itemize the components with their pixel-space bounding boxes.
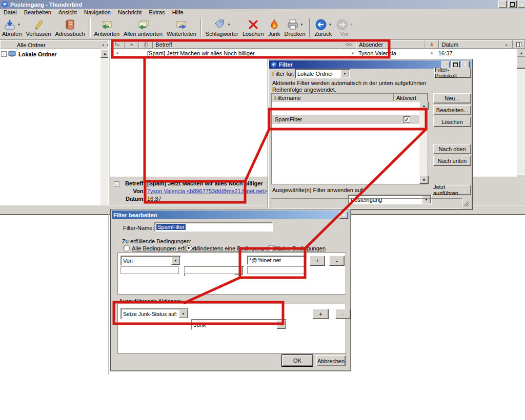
delete-button[interactable]: Löschen: [240, 18, 266, 37]
edit-filter-button[interactable]: Bearbeiten...: [433, 105, 471, 115]
tag-button[interactable]: ▼ Schlagwörter: [204, 18, 240, 37]
star-column-header[interactable]: ★: [125, 40, 139, 49]
filter-log-button[interactable]: Filter-Protokoll: [434, 68, 471, 78]
print-button[interactable]: ▼ Drucken: [282, 18, 308, 37]
filter-list-scrollbar[interactable]: ▲ ▼: [419, 101, 428, 184]
apply-filter-label: Ausgewählte(n) Filter anwenden auf:: [272, 187, 364, 193]
run-now-button[interactable]: Jetzt ausführen: [433, 185, 471, 195]
back-label: Zurück: [315, 31, 332, 37]
filter-name-input[interactable]: SpamFilter: [154, 222, 273, 232]
column-picker-button[interactable]: [513, 40, 525, 49]
filter-scroll-down-icon[interactable]: ▼: [419, 176, 429, 184]
close-icon: ×: [342, 213, 345, 218]
folder-row-lokale-ordner[interactable]: - Lokale Ordner: [0, 49, 100, 59]
menu-datei[interactable]: Datei: [0, 8, 21, 16]
forward-nav-label: Vor: [340, 31, 349, 37]
preview-collapse-box[interactable]: -: [114, 181, 119, 187]
menu-extras[interactable]: Extras: [145, 8, 168, 16]
get-mail-button[interactable]: ▼ Abrufen: [0, 18, 24, 37]
sort-ascending-icon: ▲: [505, 43, 508, 46]
new-filter-button[interactable]: Neu...: [433, 93, 471, 103]
subject-column-header[interactable]: Betreff: [153, 40, 340, 49]
scrollbar-thumb[interactable]: [517, 57, 525, 69]
action-value-combobox[interactable]: Junk ▼: [191, 319, 287, 330]
condition-field-combobox[interactable]: Von ▼: [120, 256, 181, 266]
condition-value-input[interactable]: *@*hinet.net: [247, 256, 307, 265]
filter-description: Aktivierte Filter werden automatisch in …: [272, 80, 445, 93]
attachment-column-header[interactable]: [139, 40, 153, 49]
junk-button[interactable]: Junk: [266, 18, 282, 37]
radio-all-icon: [123, 245, 130, 251]
remove-action-button[interactable]: -: [335, 309, 351, 319]
tree-collapse-box[interactable]: -: [1, 51, 7, 57]
filter-for-combobox[interactable]: Lokale Ordner ▼: [295, 69, 350, 78]
back-button[interactable]: ▼ Zurück: [313, 18, 334, 37]
combo-dropdown-icon[interactable]: ▼: [171, 257, 180, 265]
combo-dropdown-icon[interactable]: ▼: [340, 70, 349, 77]
forward-nav-button[interactable]: ▼ Vor: [334, 18, 355, 37]
conditions-box: Von ▼ ist ▼ *@*hinet.net + -: [117, 253, 346, 295]
read-column-header[interactable]: [340, 40, 356, 49]
preview-from-link[interactable]: Tyson Valencia <b8967753dd@ms21.hinet.ne…: [147, 188, 267, 194]
date-column-header[interactable]: Datum▲: [439, 40, 512, 49]
aktiviert-column-header[interactable]: Aktiviert: [394, 94, 428, 101]
collapse-icon: -: [116, 182, 117, 186]
dropdown-arrow-icon[interactable]: ▼: [329, 23, 332, 26]
add-condition-button[interactable]: +: [310, 256, 325, 266]
message-row[interactable]: [Spam] Jetzt Machen wir alles Noch billi…: [110, 49, 525, 57]
filter-status-strip: [271, 198, 462, 208]
thread-scroll-up-icon[interactable]: ▲: [517, 49, 525, 57]
ok-button[interactable]: OK: [282, 355, 313, 366]
filtername-column-header[interactable]: Filtername: [272, 94, 394, 101]
thread-column-header[interactable]: [110, 40, 125, 49]
thread-scrollbar[interactable]: ▲ ▼: [517, 49, 525, 182]
menu-navigation[interactable]: Navigation: [80, 8, 114, 16]
action-type-combobox[interactable]: Setze Junk-Status auf: ▼: [120, 308, 189, 319]
filter-scroll-up-icon[interactable]: ▲: [419, 101, 429, 110]
move-up-button[interactable]: Nach oben: [433, 144, 471, 154]
combo-dropdown-icon[interactable]: ▼: [277, 320, 286, 329]
menu-nachricht[interactable]: Nachricht: [114, 8, 145, 16]
sender-column-header[interactable]: Absender: [356, 40, 425, 49]
pane-prev-icon[interactable]: ◄: [102, 44, 105, 47]
folder-scrollbar[interactable]: ▲: [100, 49, 108, 207]
resize-grip-icon[interactable]: [462, 200, 469, 207]
junk-dot-icon[interactable]: [431, 52, 433, 54]
move-down-button[interactable]: Nach unten: [433, 156, 471, 166]
compose-button[interactable]: Verfassen: [24, 18, 53, 37]
dropdown-arrow-icon[interactable]: ▼: [350, 23, 353, 26]
folder-label: Lokale Ordner: [18, 51, 57, 57]
dropdown-arrow-icon[interactable]: ▼: [300, 23, 304, 26]
cancel-button[interactable]: Abbrechen: [316, 355, 346, 366]
reply-all-icon: [137, 18, 149, 31]
reply-all-button[interactable]: Allen antworten: [122, 18, 165, 37]
radio-none[interactable]: Keine Bedingungen: [268, 245, 326, 251]
edit-dialog-title: Filter bearbeiten: [113, 212, 157, 218]
menu-ansicht[interactable]: Ansicht: [55, 8, 80, 16]
thread-icon: [114, 41, 120, 47]
address-book-button[interactable]: Adressbuch: [53, 18, 87, 37]
dropdown-arrow-icon[interactable]: ▼: [227, 23, 230, 26]
menu-bearbeiten[interactable]: Bearbeiten: [21, 8, 55, 16]
delete-filter-button[interactable]: Löschen: [433, 117, 471, 127]
filter-row-spamfilter[interactable]: SpamFilter ✓: [272, 115, 419, 124]
add-action-button[interactable]: +: [313, 309, 329, 319]
minimize-button[interactable]: _: [498, 1, 507, 8]
remove-condition-button[interactable]: -: [329, 256, 345, 266]
star-icon: ★: [130, 42, 134, 47]
dialog-shadow-line: [108, 214, 109, 374]
restore-button[interactable]: [508, 1, 517, 8]
forward-icon: [175, 18, 188, 31]
read-dot-icon[interactable]: [352, 52, 354, 54]
edit-close-button[interactable]: ×: [339, 211, 348, 219]
forward-button[interactable]: Weiterleiten: [165, 18, 198, 37]
forward-nav-icon: [336, 18, 348, 31]
junk-column-header[interactable]: [425, 40, 439, 49]
dropdown-arrow-icon[interactable]: ▼: [17, 23, 21, 26]
menu-hilfe[interactable]: Hilfe: [169, 8, 187, 16]
reply-button[interactable]: Antworten: [92, 18, 122, 37]
condition-value-text: *@*hinet.net: [249, 257, 281, 263]
close-button[interactable]: ×: [518, 1, 525, 8]
combo-dropdown-icon[interactable]: ▼: [179, 309, 188, 318]
filter-enabled-checkbox[interactable]: ✓: [403, 116, 410, 123]
